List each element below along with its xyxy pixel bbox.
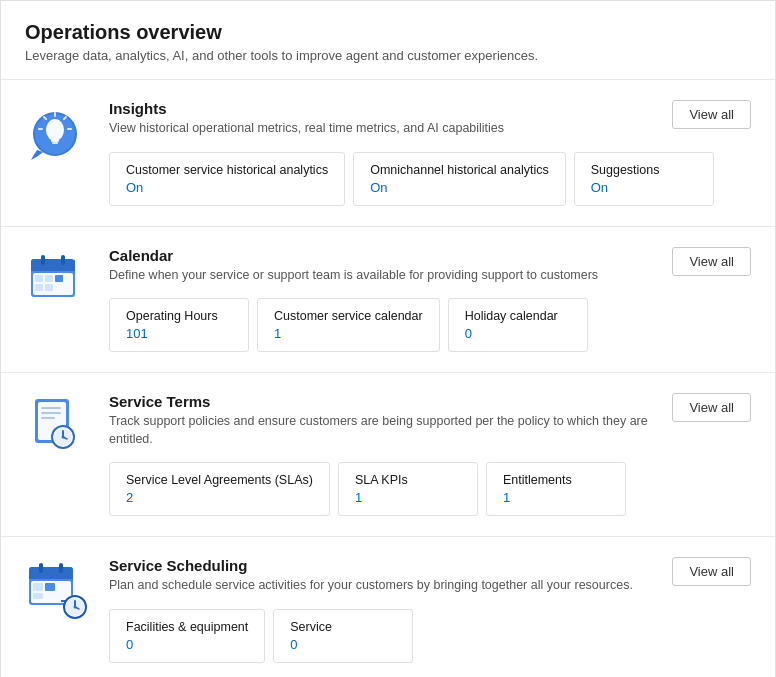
svg-rect-24 [41,407,61,409]
svg-rect-40 [39,563,43,573]
calendar-desc: Define when your service or support team… [109,267,598,285]
service-scheduling-desc: Plan and schedule service activities for… [109,577,633,595]
service-terms-content: Service Terms Track support policies and… [109,393,751,516]
card-operating-hours[interactable]: Operating Hours 101 [109,298,249,352]
svg-rect-15 [45,275,53,282]
service-scheduling-cards: Facilities & equipment 0 Service 0 [109,609,751,663]
page-title: Operations overview [25,21,751,44]
card-facilities-label: Facilities & equipment [126,620,248,634]
svg-text:✦: ✦ [69,252,77,263]
svg-rect-25 [41,412,61,414]
svg-rect-20 [61,255,65,265]
service-scheduling-header: Service Scheduling Plan and schedule ser… [109,557,751,595]
card-facilities-value: 0 [126,637,248,652]
svg-rect-19 [41,255,45,265]
service-terms-title: Service Terms [109,393,669,410]
svg-rect-3 [51,139,59,142]
svg-rect-17 [35,284,43,291]
page-container: Operations overview Leverage data, analy… [0,0,776,677]
card-service-calendar-value: 1 [274,326,423,341]
calendar-section: ✦ Calendar Define when your service or s… [1,227,775,374]
insights-icon [25,100,89,164]
service-terms-icon [25,393,89,457]
calendar-title: Calendar [109,247,598,264]
svg-rect-35 [29,575,73,579]
insights-desc: View historical operational metrics, rea… [109,120,504,138]
svg-rect-37 [33,583,43,591]
card-omnichannel-analytics[interactable]: Omnichannel historical analytics On [353,152,566,206]
card-holiday-calendar-label: Holiday calendar [465,309,571,323]
card-historical-analytics-value: On [126,180,328,195]
service-scheduling-icon [25,557,89,621]
card-suggestions-value: On [591,180,697,195]
service-scheduling-view-all-button[interactable]: View all [672,557,751,586]
card-omnichannel-analytics-label: Omnichannel historical analytics [370,163,549,177]
card-suggestions[interactable]: Suggestions On [574,152,714,206]
card-omnichannel-analytics-value: On [370,180,549,195]
card-sla-kpis-label: SLA KPIs [355,473,461,487]
card-entitlements-value: 1 [503,490,609,505]
card-historical-analytics-label: Customer service historical analytics [126,163,328,177]
service-scheduling-text: Service Scheduling Plan and schedule ser… [109,557,633,595]
page-subtitle: Leverage data, analytics, AI, and other … [25,48,751,63]
card-sla-kpis-value: 1 [355,490,461,505]
insights-view-all-button[interactable]: View all [672,100,751,129]
card-sla-kpis[interactable]: SLA KPIs 1 [338,462,478,516]
calendar-view-all-button[interactable]: View all [672,247,751,276]
insights-text: Insights View historical operational met… [109,100,504,138]
card-sla-value: 2 [126,490,313,505]
service-scheduling-title: Service Scheduling [109,557,633,574]
card-service-calendar-label: Customer service calendar [274,309,423,323]
service-scheduling-section: Service Scheduling Plan and schedule ser… [1,537,775,677]
svg-rect-41 [59,563,63,573]
card-holiday-calendar-value: 0 [465,326,571,341]
insights-section: Insights View historical operational met… [1,80,775,227]
svg-point-32 [62,436,65,439]
svg-rect-16 [55,275,63,282]
card-holiday-calendar[interactable]: Holiday calendar 0 [448,298,588,352]
svg-rect-4 [52,142,58,144]
service-terms-cards: Service Level Agreements (SLAs) 2 SLA KP… [109,462,751,516]
card-operating-hours-value: 101 [126,326,232,341]
page-header: Operations overview Leverage data, analy… [1,1,775,80]
insights-content: Insights View historical operational met… [109,100,751,206]
card-service-calendar[interactable]: Customer service calendar 1 [257,298,440,352]
service-terms-text: Service Terms Track support policies and… [109,393,669,448]
card-sla[interactable]: Service Level Agreements (SLAs) 2 [109,462,330,516]
card-operating-hours-label: Operating Hours [126,309,232,323]
svg-line-8 [44,117,46,119]
calendar-header: Calendar Define when your service or sup… [109,247,751,285]
svg-rect-38 [45,583,55,591]
card-sla-label: Service Level Agreements (SLAs) [126,473,313,487]
svg-rect-39 [33,593,43,599]
card-suggestions-label: Suggestions [591,163,697,177]
svg-rect-26 [41,417,55,419]
card-facilities[interactable]: Facilities & equipment 0 [109,609,265,663]
svg-line-6 [64,117,66,119]
calendar-cards: Operating Hours 101 Customer service cal… [109,298,751,352]
card-service[interactable]: Service 0 [273,609,413,663]
service-terms-header: Service Terms Track support policies and… [109,393,751,448]
svg-point-2 [46,119,64,141]
insights-header: Insights View historical operational met… [109,100,751,138]
svg-rect-12 [31,267,75,271]
card-historical-analytics[interactable]: Customer service historical analytics On [109,152,345,206]
calendar-text: Calendar Define when your service or sup… [109,247,598,285]
insights-cards: Customer service historical analytics On… [109,152,751,206]
card-entitlements-label: Entitlements [503,473,609,487]
card-service-label: Service [290,620,396,634]
svg-rect-14 [35,275,43,282]
insights-title: Insights [109,100,504,117]
service-terms-view-all-button[interactable]: View all [672,393,751,422]
card-entitlements[interactable]: Entitlements 1 [486,462,626,516]
calendar-icon: ✦ [25,247,89,311]
service-terms-section: Service Terms Track support policies and… [1,373,775,537]
svg-point-48 [74,606,77,609]
card-service-value: 0 [290,637,396,652]
service-scheduling-content: Service Scheduling Plan and schedule ser… [109,557,751,663]
service-terms-desc: Track support policies and ensure custom… [109,413,669,448]
calendar-content: Calendar Define when your service or sup… [109,247,751,353]
svg-rect-18 [45,284,53,291]
